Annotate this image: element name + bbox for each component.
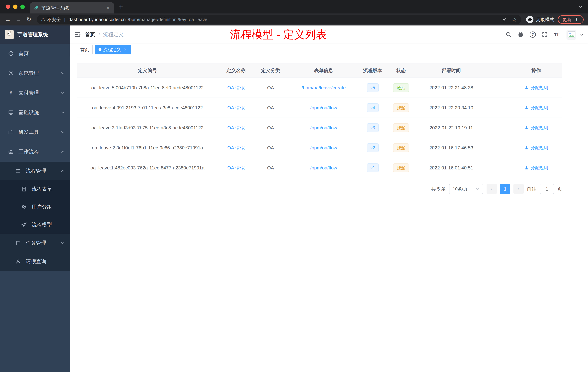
chevron-down-icon <box>61 110 65 114</box>
toolbox-icon <box>8 149 14 155</box>
browser-menu-icon[interactable]: ⋮ <box>574 17 579 22</box>
sidebar-item-workflow[interactable]: 工作流程 <box>0 142 70 162</box>
form-link[interactable]: /bpm/oa/leave/create <box>302 85 346 90</box>
browser-toolbar: ← → ↻ ⚠ 不安全 | dashboard.yudao.iocoder.cn… <box>0 13 588 25</box>
cell-form-info: /bpm/oa/flow <box>287 125 360 131</box>
chevron-down-icon <box>61 91 65 95</box>
form-link[interactable]: /bpm/oa/flow <box>310 125 337 131</box>
assign-rule-link[interactable]: 分配规则 <box>524 85 548 91</box>
pagination: 共 5 条 10条/页 ‹ 1 › 前往 页 <box>77 184 562 194</box>
tab-title: 芋道管理系统 <box>42 5 103 11</box>
address-bar[interactable]: ⚠ 不安全 | dashboard.yudao.iocoder.cn/bpm/m… <box>37 15 521 24</box>
app-header: 首页 / 流程定义 流程模型 - 定义列表 ? TT <box>70 25 588 44</box>
sidebar-item-dev-tools[interactable]: 研发工具 <box>0 122 70 142</box>
sidebar-toggle-icon[interactable] <box>70 25 85 44</box>
macos-close-button[interactable] <box>6 5 10 9</box>
sidebar-item-system[interactable]: 系统管理 <box>0 63 70 83</box>
tag-home[interactable]: 首页 <box>77 45 93 55</box>
key-icon[interactable] <box>502 17 507 22</box>
cell-category: OA <box>254 85 287 91</box>
sidebar-item-label: 基础设施 <box>19 109 56 116</box>
definition-name-link[interactable]: OA 请假 <box>227 125 244 131</box>
assign-rule-link[interactable]: 分配规则 <box>524 145 548 151</box>
font-size-icon[interactable]: TT <box>552 30 561 39</box>
macos-zoom-button[interactable] <box>20 5 25 9</box>
tab-close-icon[interactable]: × <box>105 5 111 11</box>
form-link[interactable]: /bpm/oa/flow <box>310 165 337 171</box>
definition-name-link[interactable]: OA 请假 <box>227 145 244 151</box>
form-link[interactable]: /bpm/oa/flow <box>310 105 337 110</box>
cell-definition-id: oa_leave:4:991f2193-7b7f-11ec-a3c8-acde4… <box>77 105 218 111</box>
browser-tab[interactable]: 芋道管理系统 × <box>30 2 114 13</box>
cell-status: 激活 <box>386 83 417 92</box>
assign-rule-link[interactable]: 分配规则 <box>524 125 548 131</box>
cell-version: v1 <box>360 164 386 172</box>
sidebar-item-home[interactable]: 首页 <box>0 44 70 63</box>
assign-rule-link[interactable]: 分配规则 <box>524 105 548 111</box>
cell-version: v5 <box>360 83 386 92</box>
forward-icon[interactable]: → <box>13 15 23 24</box>
sidebar-item-process-model[interactable]: 流程模型 <box>0 216 70 234</box>
tab-search-chevron-icon[interactable] <box>578 5 583 9</box>
sidebar-item-process-form[interactable]: 流程表单 <box>0 180 70 198</box>
prev-page-button[interactable]: ‹ <box>487 184 497 194</box>
sidebar-item-label: 请假查询 <box>26 258 65 265</box>
search-icon[interactable] <box>504 30 513 39</box>
sidebar-item-leave-query[interactable]: 请假查询 <box>0 252 70 271</box>
version-badge: v2 <box>367 143 378 152</box>
incognito-icon <box>526 16 534 23</box>
page-content: 定义编号 定义名称 定义分类 表单信息 流程版本 状态 部署时间 操作 oa_l… <box>70 56 588 372</box>
avatar[interactable] <box>567 30 576 40</box>
definition-table: 定义编号 定义名称 定义分类 表单信息 流程版本 状态 部署时间 操作 oa_l… <box>77 63 562 178</box>
github-icon[interactable] <box>516 30 525 39</box>
status-badge: 挂起 <box>393 123 409 132</box>
breadcrumb-home-link[interactable]: 首页 <box>85 31 95 38</box>
definition-name-link[interactable]: OA 请假 <box>227 85 244 90</box>
table-row: oa_leave:2:3c1f0ef1-76b1-11ec-9c66-a2380… <box>77 138 562 158</box>
sidebar-item-user-group[interactable]: 用户分组 <box>0 198 70 216</box>
definition-name-link[interactable]: OA 请假 <box>227 105 244 110</box>
table-row: oa_leave:5:004b710b-7b8a-11ec-8ef0-acde4… <box>77 78 562 98</box>
help-icon[interactable]: ? <box>528 30 537 39</box>
next-page-button[interactable]: › <box>514 184 524 194</box>
back-icon[interactable]: ← <box>3 15 13 24</box>
fullscreen-icon[interactable] <box>540 30 549 39</box>
sidebar-item-infrastructure[interactable]: 基础设施 <box>0 103 70 122</box>
cell-definition-name: OA 请假 <box>218 105 254 111</box>
sidebar-item-task-management[interactable]: 任务管理 <box>0 234 70 252</box>
sidebar-item-label: 首页 <box>19 50 65 57</box>
bookmark-star-icon[interactable]: ☆ <box>512 16 517 23</box>
page-size-select[interactable]: 10条/页 <box>449 184 483 194</box>
page-number-button[interactable]: 1 <box>500 184 510 194</box>
browser-titlebar: 芋道管理系统 × + <box>0 0 588 13</box>
active-dot <box>99 48 101 51</box>
cell-actions: 分配规则 <box>510 118 562 138</box>
person-icon <box>524 86 529 90</box>
update-label: 更新 <box>562 17 571 22</box>
definition-name-link[interactable]: OA 请假 <box>227 165 244 171</box>
person-icon <box>524 126 529 130</box>
sidebar-item-payment[interactable]: ¥ 支付管理 <box>0 83 70 103</box>
reload-icon[interactable]: ↻ <box>24 15 34 24</box>
tag-label: 流程定义 <box>103 47 121 53</box>
update-button[interactable]: 更新 ⋮ <box>558 15 584 24</box>
assign-rule-link[interactable]: 分配规则 <box>524 165 548 171</box>
tag-process-definition[interactable]: 流程定义 × <box>95 45 131 55</box>
users-icon <box>21 204 27 210</box>
sidebar-item-process-management[interactable]: 流程管理 <box>0 162 70 180</box>
cell-deploy-time: 2022-01-22 21:48:38 <box>417 85 486 91</box>
sidebar-logo[interactable]: 芋道管理系统 <box>0 25 70 44</box>
form-link[interactable]: /bpm/oa/flow <box>310 145 337 151</box>
chevron-down-icon <box>61 130 65 134</box>
chevron-up-icon <box>61 169 65 173</box>
sidebar-item-label: 流程表单 <box>32 186 65 193</box>
table-row: oa_leave:4:991f2193-7b7f-11ec-a3c8-acde4… <box>77 98 562 118</box>
goto-page-input[interactable] <box>540 184 554 194</box>
monitor-icon <box>8 109 14 115</box>
macos-minimize-button[interactable] <box>13 5 17 9</box>
cell-status: 挂起 <box>386 164 417 172</box>
chevron-down-icon[interactable] <box>580 33 584 37</box>
security-warning-icon[interactable]: ⚠ <box>41 17 45 22</box>
tag-close-icon[interactable]: × <box>123 47 128 52</box>
new-tab-button[interactable]: + <box>119 3 123 11</box>
